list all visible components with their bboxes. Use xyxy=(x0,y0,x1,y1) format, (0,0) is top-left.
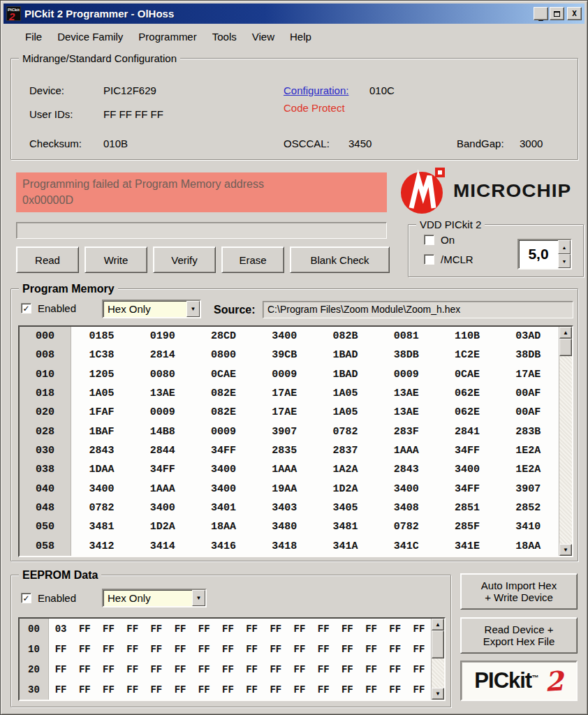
hex-cell[interactable]: 2837 xyxy=(315,441,376,460)
hex-cell[interactable]: 13AE xyxy=(132,384,193,403)
hex-cell[interactable]: 2851 xyxy=(437,499,498,517)
hex-cell[interactable]: FF xyxy=(288,639,311,659)
hex-cell[interactable]: 3481 xyxy=(71,517,132,536)
hex-cell[interactable]: 0009 xyxy=(132,403,193,422)
combo-dropdown-button[interactable]: ▼ xyxy=(186,301,200,317)
hex-cell[interactable]: 1A2A xyxy=(315,460,376,479)
hex-cell[interactable]: 1E2A xyxy=(498,441,559,460)
hex-cell[interactable]: FF xyxy=(264,639,288,659)
hex-cell[interactable]: 1C38 xyxy=(71,346,132,364)
hex-cell[interactable]: FF xyxy=(311,639,335,659)
hex-cell[interactable]: FF xyxy=(335,619,359,639)
hex-cell[interactable]: 2852 xyxy=(498,499,559,517)
maximize-button[interactable] xyxy=(550,7,564,20)
read-export-button[interactable]: Read Device + Export Hex File xyxy=(460,617,578,654)
hex-cell[interactable]: 39CB xyxy=(254,346,315,364)
vdd-voltage-spinner[interactable]: 5,0 ▲ ▼ xyxy=(517,239,572,270)
eeprom-view-select[interactable]: Hex Only ▼ xyxy=(102,589,207,607)
hex-cell[interactable]: FF xyxy=(264,659,288,679)
hex-cell[interactable]: FF xyxy=(264,679,288,700)
verify-button[interactable]: Verify xyxy=(153,246,216,273)
hex-cell[interactable]: 110B xyxy=(437,327,498,346)
hex-cell[interactable]: FF xyxy=(192,659,216,679)
hex-cell[interactable]: 1205 xyxy=(71,365,132,384)
hex-cell[interactable]: 0009 xyxy=(193,422,254,441)
voltage-down-button[interactable]: ▼ xyxy=(558,254,571,268)
hex-cell[interactable]: FF xyxy=(168,639,192,659)
scroll-up-button[interactable]: ▲ xyxy=(559,327,572,339)
hex-cell[interactable]: 082E xyxy=(193,384,254,403)
menu-file[interactable]: File xyxy=(17,28,50,45)
hex-cell[interactable]: 3405 xyxy=(315,499,376,517)
hex-cell[interactable]: FF xyxy=(216,639,240,659)
hex-cell[interactable]: FF xyxy=(359,659,383,679)
hex-cell[interactable]: 341E xyxy=(437,537,498,556)
hex-cell[interactable]: 1E2A xyxy=(498,460,559,479)
hex-cell[interactable]: FF xyxy=(192,639,216,659)
scroll-down-button[interactable]: ▼ xyxy=(559,544,572,556)
hex-cell[interactable]: FF xyxy=(407,619,431,639)
hex-cell[interactable]: 1FAF xyxy=(71,403,132,422)
hex-cell[interactable]: 341A xyxy=(315,537,376,556)
hex-cell[interactable]: 3414 xyxy=(132,537,193,556)
scrollbar-thumb[interactable] xyxy=(559,339,572,356)
hex-cell[interactable]: 3907 xyxy=(498,480,559,499)
hex-cell[interactable]: 38DB xyxy=(376,346,436,364)
hex-cell[interactable]: 2843 xyxy=(376,460,436,479)
eeprom-scrollbar[interactable]: ▲ ▼ xyxy=(431,619,444,700)
hex-cell[interactable]: 3410 xyxy=(498,517,559,536)
hex-cell[interactable]: FF xyxy=(168,619,192,639)
hex-cell[interactable]: 1A05 xyxy=(71,384,132,403)
hex-cell[interactable]: 082B xyxy=(315,327,376,346)
menu-tools[interactable]: Tools xyxy=(205,28,244,45)
auto-import-write-button[interactable]: Auto Import Hex + Write Device xyxy=(460,573,578,610)
scroll-down-button[interactable]: ▼ xyxy=(432,688,444,700)
hex-cell[interactable]: 3416 xyxy=(193,537,254,556)
hex-cell[interactable]: FF xyxy=(311,679,335,700)
menu-device-family[interactable]: Device Family xyxy=(50,28,131,45)
hex-cell[interactable]: FF xyxy=(288,679,311,700)
hex-cell[interactable]: 1A05 xyxy=(315,403,376,422)
write-button[interactable]: Write xyxy=(84,246,147,273)
hex-cell[interactable]: FF xyxy=(240,659,264,679)
hex-cell[interactable]: 283B xyxy=(498,422,559,441)
hex-cell[interactable]: FF xyxy=(407,679,431,700)
hex-cell[interactable]: 03AD xyxy=(498,327,559,346)
hex-cell[interactable]: 2843 xyxy=(71,441,132,460)
hex-cell[interactable]: FF xyxy=(73,679,96,700)
hex-cell[interactable]: FF xyxy=(192,619,216,639)
hex-cell[interactable]: FF xyxy=(96,619,120,639)
hex-cell[interactable]: FF xyxy=(240,639,264,659)
hex-cell[interactable]: FF xyxy=(383,619,407,639)
hex-cell[interactable]: FF xyxy=(49,659,73,679)
hex-cell[interactable]: FF xyxy=(216,619,240,639)
configuration-link[interactable]: Configuration: xyxy=(284,84,348,96)
hex-cell[interactable]: FF xyxy=(335,659,359,679)
hex-cell[interactable]: FF xyxy=(121,639,145,659)
hex-cell[interactable]: 1AAA xyxy=(376,441,436,460)
hex-cell[interactable]: FF xyxy=(359,619,383,639)
hex-cell[interactable]: FF xyxy=(145,639,168,659)
hex-cell[interactable]: 00AF xyxy=(498,384,559,403)
hex-cell[interactable]: FF xyxy=(288,619,311,639)
hex-cell[interactable]: 0782 xyxy=(71,499,132,517)
hex-cell[interactable]: 341C xyxy=(376,537,436,556)
hex-cell[interactable]: 0800 xyxy=(193,346,254,364)
hex-cell[interactable]: 285F xyxy=(437,517,498,536)
program-memory-scrollbar[interactable]: ▲ ▼ xyxy=(559,327,572,556)
hex-cell[interactable]: 1D2A xyxy=(132,517,193,536)
close-button[interactable]: X xyxy=(567,7,582,20)
hex-cell[interactable]: FF xyxy=(216,679,240,700)
menu-view[interactable]: View xyxy=(244,28,282,45)
read-button[interactable]: Read xyxy=(16,246,79,273)
hex-cell[interactable]: 17AE xyxy=(254,384,315,403)
hex-cell[interactable]: FF xyxy=(145,619,168,639)
hex-cell[interactable]: 34FF xyxy=(132,460,193,479)
scrollbar-track[interactable] xyxy=(432,631,444,688)
hex-cell[interactable]: FF xyxy=(49,679,73,700)
hex-cell[interactable]: FF xyxy=(145,679,168,700)
hex-cell[interactable]: 34FF xyxy=(193,441,254,460)
hex-cell[interactable]: 2841 xyxy=(437,422,498,441)
scrollbar-track[interactable] xyxy=(559,339,572,544)
program-memory-view-select[interactable]: Hex Only ▼ xyxy=(102,300,201,318)
